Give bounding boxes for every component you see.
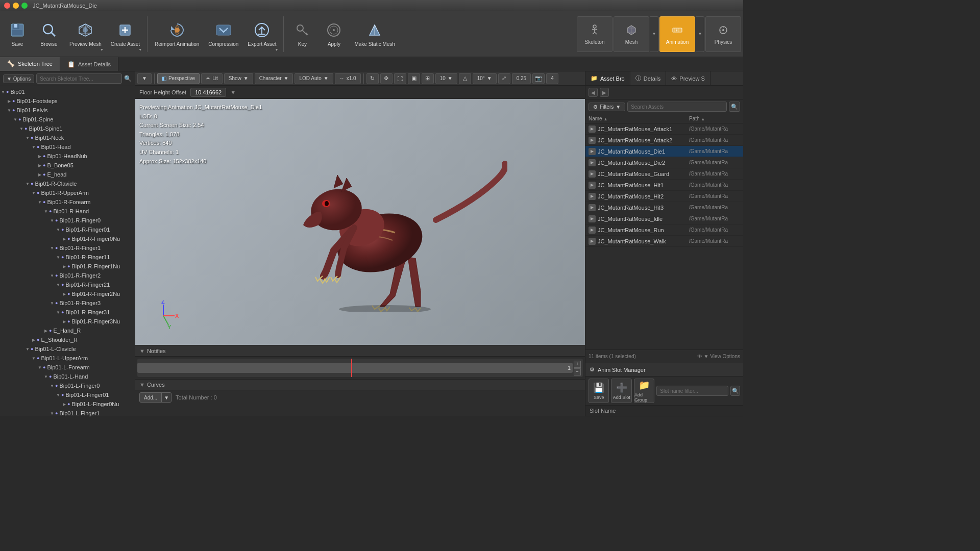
tree-item[interactable]: ▼●Bip01-R-Finger3 [0,298,135,308]
key-button[interactable]: Key [287,14,317,55]
tree-expand-icon[interactable]: ▼ [18,124,24,133]
viewport-menu-button[interactable]: ▼ [137,73,152,84]
tree-item[interactable]: ▼●Bip01-L-Finger0 [0,381,135,390]
tree-item[interactable]: ▶●Bip01-HeadNub [0,152,135,161]
filters-button[interactable]: ⚙ Filters ▼ [589,103,625,111]
tree-expand-icon[interactable]: ▶ [61,262,67,271]
asset-row[interactable]: ▶ JC_MutantRatMouse_Run /Game/MutantRa [585,224,743,236]
mode-animation-button[interactable]: Animation [659,16,695,52]
col-path-header[interactable]: Path ▲ [689,116,740,121]
tree-expand-icon[interactable]: ▼ [6,106,12,115]
slot-save-button[interactable]: 💾 Save [589,379,609,403]
preview-s-tab[interactable]: 👁 Preview S [666,71,710,85]
mode-skeleton-button[interactable]: Skeleton [577,16,612,52]
tree-expand-icon[interactable]: ▼ [24,133,31,142]
tree-expand-icon[interactable]: ▶ [61,399,67,409]
tree-expand-icon[interactable]: ▶ [37,161,43,170]
tree-item[interactable]: ▶●Bip01-R-Finger0Nu [0,234,135,243]
preview-mesh-button[interactable]: Preview Mesh [65,14,106,55]
make-static-mesh-button[interactable]: Make Static Mesh [350,14,399,55]
tree-expand-icon[interactable]: ▼ [55,280,61,289]
tree-expand-icon[interactable]: ▼ [55,308,61,317]
tree-item[interactable]: ▼●Bip01-R-Finger0 [0,216,135,225]
lod-button[interactable]: LOD Auto ▼ [295,73,333,84]
reimport-button[interactable]: Reimport Animation [151,14,203,55]
tree-item[interactable]: ▼●Bip01-R-Forearm [0,197,135,207]
angle-icon-btn[interactable]: △ [459,73,471,84]
slot-search-input[interactable] [656,386,728,396]
tree-item[interactable]: ▼●Bip01 [0,87,135,96]
tree-item[interactable]: ▼●Bip01-R-Finger01 [0,225,135,234]
tree-item[interactable]: ▶●Bip01-L-Finger0Nu [0,399,135,409]
tree-item[interactable]: ▼●Bip01-L-Hand [0,372,135,381]
mode-physics-button[interactable]: Physics [705,16,741,52]
tree-expand-icon[interactable]: ▶ [43,326,49,335]
rotate-icon-btn[interactable]: ↻ [366,73,379,84]
asset-row[interactable]: ▶ JC_MutantRatMouse_Attack1 /Game/Mutant… [585,123,743,135]
search-assets-input[interactable] [627,102,727,112]
browse-button[interactable]: Browse [34,14,64,55]
tree-expand-icon[interactable]: ▼ [49,381,55,390]
tree-expand-icon[interactable]: ▼ [49,271,55,280]
mesh-mode-dropdown[interactable]: ▼ [650,16,658,52]
tree-item[interactable]: ▼●Bip01-R-Finger2 [0,271,135,280]
asset-row[interactable]: ▶ JC_MutantRatMouse_Hit1 /Game/MutantRa [585,180,743,191]
tree-item[interactable]: ▶●E_Hand_R [0,326,135,335]
grid-icon-btn[interactable]: ⊞ [422,73,434,84]
timeline-playhead[interactable] [351,359,352,377]
zoom-num-button[interactable]: 0.25 [512,73,531,84]
timeline-minus-btn[interactable]: − [574,368,581,375]
nav-back-button[interactable]: ◀ [589,88,598,97]
tree-item[interactable]: ▶●E_head [0,170,135,179]
slot-add-slot-button[interactable]: ➕ Add Slot [611,379,631,403]
perspective-button[interactable]: ◧ Perspective [157,73,200,84]
maximize-button[interactable] [21,3,28,9]
search-skeleton-input[interactable] [36,73,122,84]
tree-expand-icon[interactable]: ▶ [61,317,67,326]
show-button[interactable]: Show ▼ [224,73,253,84]
animation-mode-dropdown[interactable]: ▼ [696,16,704,52]
col-name-header[interactable]: Name ▲ [589,116,687,121]
curves-add-button[interactable]: Add... ▼ [139,392,172,403]
angle-num-button[interactable]: 10° ▼ [473,73,497,84]
tree-item[interactable]: ▼●Bip01-R-Clavicle [0,179,135,188]
save-button[interactable]: Save [2,14,33,55]
tree-item[interactable]: ▶●Bip01-Footsteps [0,96,135,106]
tree-item[interactable]: ▼●Bip01-Pelvis [0,106,135,115]
timeline-plus-btn[interactable]: + [574,361,581,368]
camera2-icon-btn[interactable]: 📷 [532,73,545,84]
search-assets-button[interactable]: 🔍 [729,102,740,112]
tree-expand-icon[interactable]: ▶ [61,289,67,298]
tree-item[interactable]: ▶●Bip01-R-Finger2Nu [0,289,135,298]
asset-row[interactable]: ▶ JC_MutantRatMouse_Die2 /Game/MutantRa [585,157,743,168]
tree-expand-icon[interactable]: ▼ [55,390,61,399]
tree-expand-icon[interactable]: ▼ [12,115,18,124]
asset-row[interactable]: ▶ JC_MutantRatMouse_Walk /Game/MutantRa [585,236,743,247]
tree-expand-icon[interactable]: ▼ [37,197,43,207]
tree-item[interactable]: ▼●Bip01-Spine1 [0,124,135,133]
tree-expand-icon[interactable]: ▼ [43,372,49,381]
tree-expand-icon[interactable]: ▼ [49,243,55,253]
tree-expand-icon[interactable]: ▼ [31,142,37,152]
tree-expand-icon[interactable]: ▼ [43,207,49,216]
zoom-icon-btn[interactable]: ⤢ [498,73,510,84]
tree-expand-icon[interactable]: ▼ [0,87,6,96]
tree-expand-icon[interactable]: ▶ [6,96,12,106]
scale-button[interactable]: ↔ x1.0 [335,73,361,84]
tree-expand-icon[interactable]: ▶ [31,335,37,344]
compression-button[interactable]: Compression [204,14,242,55]
asset-row[interactable]: ▶ JC_MutantRatMouse_Guard /Game/MutantRa [585,168,743,180]
tree-item[interactable]: ▼●Bip01-L-Forearm [0,363,135,372]
tree-item[interactable]: ▶●E_Shoulder_R [0,335,135,344]
apply-button[interactable]: Apply [318,14,349,55]
camera-num-button[interactable]: 4 [546,73,558,84]
asset-row[interactable]: ▶ JC_MutantRatMouse_Die1 /Game/MutantRa [585,146,743,157]
tree-item[interactable]: ▼●Bip01-R-Finger11 [0,253,135,262]
floor-height-arrow[interactable]: ▼ [230,89,236,95]
tree-expand-icon[interactable]: ▼ [49,298,55,308]
tree-item[interactable]: ▼●Bip01-L-Finger01 [0,390,135,399]
nav-forward-button[interactable]: ▶ [600,88,609,97]
timeline-track[interactable]: 1 + − [137,359,583,377]
tree-item[interactable]: ▼●Bip01-Neck [0,133,135,142]
tree-expand-icon[interactable]: ▶ [61,234,67,243]
